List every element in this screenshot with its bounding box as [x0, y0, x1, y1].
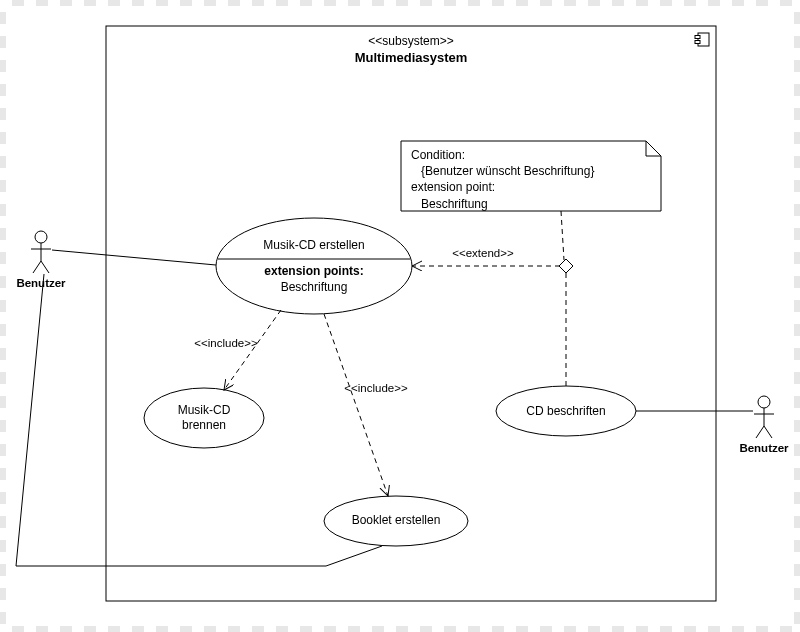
rel-include1-label: <<include>>	[186, 336, 266, 350]
svg-line-7	[41, 261, 49, 273]
actor-right	[754, 396, 774, 438]
usecase-booklet-label: Booklet erstellen	[336, 513, 456, 528]
usecase-main-ext-point: Beschriftung	[234, 280, 394, 295]
note: Condition: {Benutzer wünscht Beschriftun…	[405, 143, 657, 216]
svg-point-8	[758, 396, 770, 408]
svg-rect-2	[695, 41, 700, 44]
usecase-label-label: CD beschriften	[506, 404, 626, 419]
rel-include2-label: <<include>>	[336, 381, 416, 395]
actor-left	[31, 231, 51, 273]
note-line2: {Benutzer wünscht Beschriftung}	[411, 163, 651, 179]
svg-rect-1	[695, 36, 700, 39]
usecase-main-ext-header: extension points:	[234, 264, 394, 279]
usecase-main-name: Musik-CD erstellen	[234, 238, 394, 253]
actor-right-label: Benutzer	[739, 441, 789, 455]
diagram-canvas	[6, 6, 794, 626]
actor-left-label: Benutzer	[16, 276, 66, 290]
svg-point-3	[35, 231, 47, 243]
note-line1: Condition:	[411, 147, 651, 163]
system-title: Multimediasystem	[306, 50, 516, 66]
note-line3: extension point:	[411, 179, 651, 195]
stage: <<subsystem>> Multimediasystem Benutzer …	[6, 6, 794, 626]
system-stereotype: <<subsystem>>	[306, 34, 516, 49]
svg-line-11	[756, 426, 764, 438]
svg-line-6	[33, 261, 41, 273]
svg-line-12	[764, 426, 772, 438]
usecase-burn-label: Musik-CD brennen	[154, 403, 254, 433]
note-line4: Beschriftung	[411, 196, 651, 212]
rel-extend-label: <<extend>>	[443, 246, 523, 260]
